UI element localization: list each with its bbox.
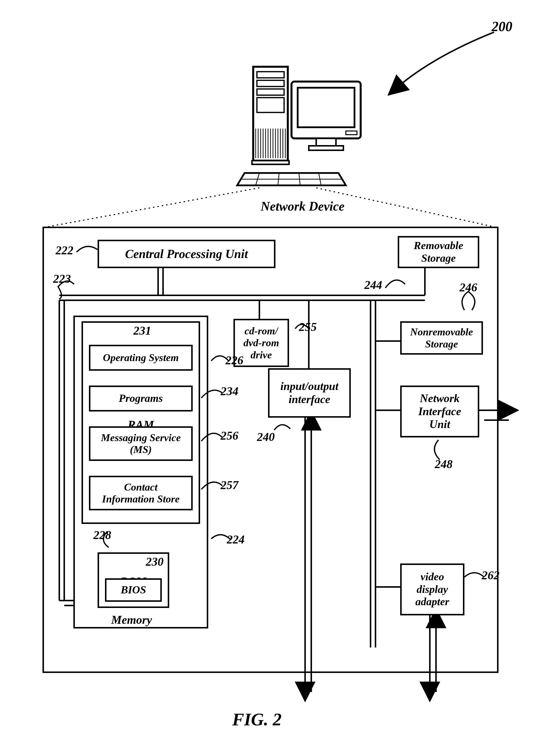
programs-label: Programs (119, 392, 163, 405)
os-box: Operating System (89, 345, 193, 371)
nonremovable-storage-box: Nonremovable Storage (400, 321, 483, 355)
os-label: Operating System (103, 352, 179, 364)
computer-icon (218, 57, 365, 195)
figure-title: FIG. 2 (232, 709, 281, 730)
ref-234: 234 (221, 384, 239, 398)
svg-rect-49 (316, 138, 336, 146)
ref-222: 222 (56, 244, 73, 257)
contact-store-box: Contact Information Store (89, 476, 193, 510)
removable-storage-box: Removable Storage (398, 236, 479, 268)
ref-255: 255 (299, 320, 317, 334)
cpu-box: Central Processing Unit (98, 240, 275, 268)
ref-248: 248 (435, 457, 453, 471)
niu-box: Network Interface Unit (400, 385, 479, 437)
ms-box: Messaging Service (MS) (89, 426, 193, 461)
cpu-label: Central Processing Unit (125, 247, 248, 261)
ref-230: 230 (146, 555, 164, 568)
programs-box: Programs (89, 385, 193, 411)
bios-box: BIOS (105, 578, 162, 602)
page: Network Device 200 Central Processing Un… (0, 0, 541, 756)
svg-rect-50 (309, 146, 343, 150)
ms-label: Messaging Service (MS) (101, 432, 181, 456)
ref-246: 246 (459, 281, 477, 294)
ref-262: 262 (482, 568, 499, 582)
ref-257: 257 (221, 478, 239, 492)
svg-rect-46 (252, 161, 289, 164)
io-interface-box: input/output interface (268, 368, 351, 418)
memory-label: Memory (111, 613, 152, 626)
removable-storage-label: Removable Storage (414, 240, 463, 265)
video-box: video display adapter (400, 563, 464, 615)
niu-label: Network Interface Unit (418, 392, 461, 431)
contact-store-label: Contact Information Store (102, 481, 180, 505)
bios-label: BIOS (121, 584, 146, 596)
ref-256: 256 (221, 429, 239, 442)
nonremovable-storage-label: Nonremovable Storage (410, 326, 473, 350)
network-device-label: Network Device (261, 199, 344, 214)
ref-244: 244 (364, 278, 382, 292)
ref-200: 200 (492, 19, 512, 34)
video-label: video display adapter (415, 571, 449, 608)
io-interface-label: input/output interface (280, 380, 338, 406)
ref-231: 231 (133, 324, 151, 337)
svg-rect-48 (298, 88, 354, 127)
ref-228: 228 (93, 528, 111, 542)
ref-240: 240 (257, 430, 275, 443)
cdrom-label: cd-rom/ dvd-rom drive (243, 325, 279, 361)
ref-223: 223 (53, 272, 71, 286)
ref-226: 226 (226, 354, 243, 367)
ref-224: 224 (227, 532, 245, 546)
